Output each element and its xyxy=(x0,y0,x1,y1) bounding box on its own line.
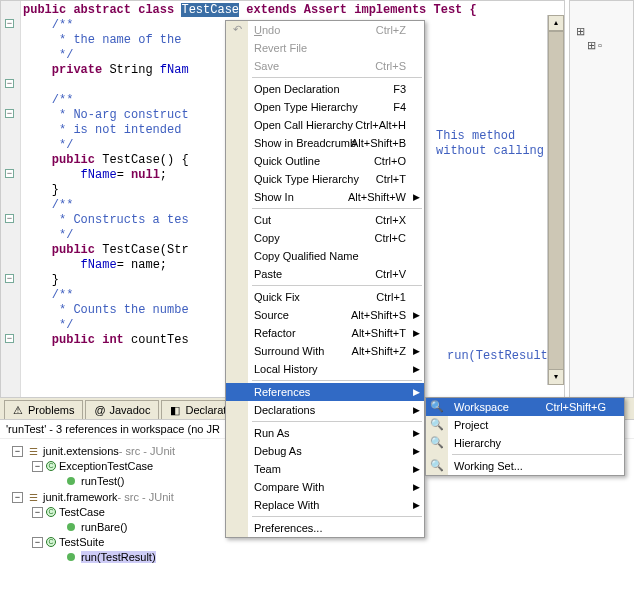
editor-context-menu: ↶UndoCtrl+Z Revert File SaveCtrl+S Open … xyxy=(225,20,425,538)
menu-open-type-hierarchy[interactable]: Open Type HierarchyF4 xyxy=(226,98,424,116)
submenu-arrow-icon: ▶ xyxy=(413,387,420,397)
scroll-up-button[interactable]: ▴ xyxy=(548,15,564,31)
menu-team[interactable]: Team▶ xyxy=(226,460,424,478)
tab-javadoc[interactable]: @Javadoc xyxy=(85,400,159,419)
collapse-icon[interactable]: − xyxy=(32,537,43,548)
menu-compare-with[interactable]: Compare With▶ xyxy=(226,478,424,496)
menu-references[interactable]: References▶ xyxy=(226,383,424,401)
editor-gutter: − − − − − − − xyxy=(1,1,21,397)
submenu-project[interactable]: 🔍Project xyxy=(426,416,624,434)
declaration-icon: ◧ xyxy=(170,404,182,416)
collapse-icon[interactable]: − xyxy=(32,461,43,472)
submenu-arrow-icon: ▶ xyxy=(413,464,420,474)
vertical-scrollbar[interactable]: ▴ ▾ xyxy=(547,15,563,385)
menu-cut[interactable]: CutCtrl+X xyxy=(226,211,424,229)
collapse-icon[interactable]: − xyxy=(32,507,43,518)
submenu-arrow-icon: ▶ xyxy=(413,482,420,492)
fold-toggle[interactable]: − xyxy=(5,19,14,28)
collapse-icon[interactable]: − xyxy=(12,492,23,503)
menu-open-declaration[interactable]: Open DeclarationF3 xyxy=(226,80,424,98)
expand-icon[interactable]: ⊞ xyxy=(576,25,585,38)
expand-icon[interactable]: ⊞ xyxy=(587,39,596,52)
method-icon xyxy=(64,474,78,488)
revision-annotation: run(TestResult xyxy=(447,349,548,363)
menu-undo[interactable]: ↶UndoCtrl+Z xyxy=(226,21,424,39)
submenu-arrow-icon: ▶ xyxy=(413,500,420,510)
revision-annotation: without calling xyxy=(436,144,544,158)
references-submenu: 🔍WorkspaceCtrl+Shift+G 🔍Project 🔍Hierarc… xyxy=(425,397,625,476)
menu-preferences[interactable]: Preferences... xyxy=(226,519,424,537)
menu-separator xyxy=(252,208,422,209)
submenu-arrow-icon: ▶ xyxy=(413,192,420,202)
fold-toggle[interactable]: − xyxy=(5,214,14,223)
submenu-hierarchy[interactable]: 🔍Hierarchy xyxy=(426,434,624,452)
menu-source[interactable]: SourceAlt+Shift+S▶ xyxy=(226,306,424,324)
undo-icon: ↶ xyxy=(229,23,245,39)
menu-copy-qualified-name[interactable]: Copy Qualified Name xyxy=(226,247,424,265)
submenu-arrow-icon: ▶ xyxy=(413,328,420,338)
bullet-icon: ▫ xyxy=(598,39,602,51)
submenu-arrow-icon: ▶ xyxy=(413,310,420,320)
menu-separator xyxy=(252,516,422,517)
submenu-arrow-icon: ▶ xyxy=(413,428,420,438)
class-icon: C xyxy=(46,537,56,547)
package-icon: ☰ xyxy=(26,490,40,504)
menu-quick-fix[interactable]: Quick FixCtrl+1 xyxy=(226,288,424,306)
method-icon xyxy=(64,550,78,564)
search-icon: 🔍 xyxy=(429,400,445,416)
search-icon: 🔍 xyxy=(429,418,445,434)
class-icon: C xyxy=(46,507,56,517)
outline-overview: ⊞ ⊞ ▫ xyxy=(569,0,634,398)
menu-show-in[interactable]: Show InAlt+Shift+W▶ xyxy=(226,188,424,206)
menu-quick-outline[interactable]: Quick OutlineCtrl+O xyxy=(226,152,424,170)
menu-paste[interactable]: PasteCtrl+V xyxy=(226,265,424,283)
submenu-arrow-icon: ▶ xyxy=(413,346,420,356)
selected-text: TestCase xyxy=(181,3,239,17)
fold-toggle[interactable]: − xyxy=(5,169,14,178)
menu-run-as[interactable]: Run As▶ xyxy=(226,424,424,442)
method-icon xyxy=(64,520,78,534)
tab-problems[interactable]: ⚠Problems xyxy=(4,400,83,419)
menu-copy[interactable]: CopyCtrl+C xyxy=(226,229,424,247)
menu-debug-as[interactable]: Debug As▶ xyxy=(226,442,424,460)
menu-surround-with[interactable]: Surround WithAlt+Shift+Z▶ xyxy=(226,342,424,360)
revision-annotation: This method xyxy=(436,129,515,143)
submenu-arrow-icon: ▶ xyxy=(413,405,420,415)
menu-declarations[interactable]: Declarations▶ xyxy=(226,401,424,419)
class-icon: C xyxy=(46,461,56,471)
scroll-down-button[interactable]: ▾ xyxy=(548,369,564,385)
fold-toggle[interactable]: − xyxy=(5,109,14,118)
menu-separator xyxy=(252,380,422,381)
menu-revert-file[interactable]: Revert File xyxy=(226,39,424,57)
menu-show-breadcrumb[interactable]: Show in BreadcrumbAlt+Shift+B xyxy=(226,134,424,152)
menu-refactor[interactable]: RefactorAlt+Shift+T▶ xyxy=(226,324,424,342)
menu-save[interactable]: SaveCtrl+S xyxy=(226,57,424,75)
tree-method-node[interactable]: run(TestResult) xyxy=(4,549,630,565)
search-icon: 🔍 xyxy=(429,459,445,475)
menu-replace-with[interactable]: Replace With▶ xyxy=(226,496,424,514)
menu-separator xyxy=(252,421,422,422)
menu-quick-type-hierarchy[interactable]: Quick Type HierarchyCtrl+T xyxy=(226,170,424,188)
collapse-icon[interactable]: − xyxy=(12,446,23,457)
fold-toggle[interactable]: − xyxy=(5,274,14,283)
menu-local-history[interactable]: Local History▶ xyxy=(226,360,424,378)
submenu-workspace[interactable]: 🔍WorkspaceCtrl+Shift+G xyxy=(426,398,624,416)
fold-toggle[interactable]: − xyxy=(5,79,14,88)
package-icon: ☰ xyxy=(26,444,40,458)
scrollbar-thumb[interactable] xyxy=(548,31,564,371)
javadoc-icon: @ xyxy=(94,404,106,416)
fold-toggle[interactable]: − xyxy=(5,334,14,343)
menu-open-call-hierarchy[interactable]: Open Call HierarchyCtrl+Alt+H xyxy=(226,116,424,134)
problems-icon: ⚠ xyxy=(13,404,25,416)
menu-separator xyxy=(252,77,422,78)
submenu-working-set[interactable]: 🔍Working Set... xyxy=(426,457,624,475)
submenu-arrow-icon: ▶ xyxy=(413,364,420,374)
menu-separator xyxy=(252,285,422,286)
search-icon: 🔍 xyxy=(429,436,445,452)
menu-separator xyxy=(452,454,622,455)
submenu-arrow-icon: ▶ xyxy=(413,446,420,456)
